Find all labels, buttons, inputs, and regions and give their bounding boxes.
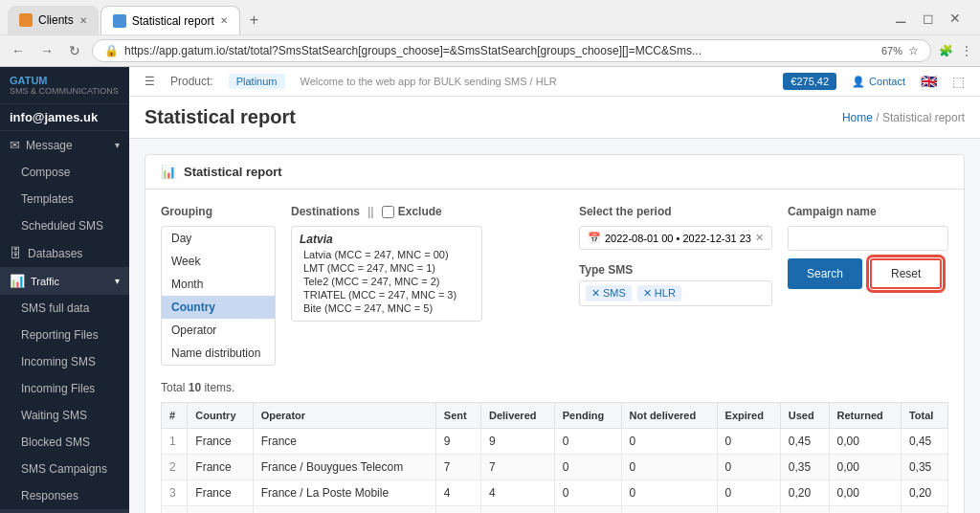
table-cell: France / Orange xyxy=(253,506,435,514)
back-button[interactable]: ← xyxy=(8,41,29,60)
grouping-name-dist[interactable]: Name distribution xyxy=(162,342,275,365)
dest-op-1[interactable]: LMT (MCC = 247, MNC = 1) xyxy=(296,261,478,275)
minimize-button[interactable]: ⚊ xyxy=(891,9,911,28)
stat-favicon xyxy=(113,14,126,28)
message-arrow: ▾ xyxy=(115,140,120,150)
col-used: Used xyxy=(780,403,829,429)
col-num: # xyxy=(162,403,188,429)
dest-op-4[interactable]: Bite (MCC = 247, MNC = 5) xyxy=(296,301,478,315)
table-row: 1FranceFrance990000,450,000,45 xyxy=(162,429,948,455)
sidebar-item-incoming-sms[interactable]: Incoming SMS xyxy=(0,348,129,375)
period-value: 2022-08-01 00 • 2022-12-31 23 xyxy=(605,233,751,244)
exclude-checkbox[interactable] xyxy=(382,206,394,218)
report-card-title: Statistical report xyxy=(184,165,282,179)
table-cell: 0 xyxy=(554,480,621,506)
sidebar-item-sms-full[interactable]: SMS full data xyxy=(0,295,129,322)
sidebar-item-reporting[interactable]: Reporting Files xyxy=(0,322,129,348)
nav-bar: ← → ↻ 🔒 https://app.gatum.io/stat/total?… xyxy=(0,34,980,66)
dest-op-3[interactable]: TRIATEL (MCC = 247, MNC = 3) xyxy=(296,288,478,301)
destinations-header: Destinations || Exclude xyxy=(291,205,564,218)
dest-separator: || xyxy=(368,205,374,218)
forward-button[interactable]: → xyxy=(36,41,57,60)
tab-stat[interactable]: Statistical report ✕ xyxy=(100,6,240,34)
sidebar-item-blocked-sms[interactable]: Blocked SMS xyxy=(0,429,129,456)
search-button[interactable]: Search xyxy=(788,258,862,289)
destinations-box[interactable]: Latvia Latvia (MCC = 247, MNC = 00) LMT … xyxy=(291,226,482,322)
sidebar-item-templates[interactable]: Templates xyxy=(0,186,129,212)
table-cell: 0 xyxy=(717,480,780,506)
sidebar-user: info@james.uk xyxy=(0,104,129,131)
table-cell: France xyxy=(188,506,253,514)
contact-label: Contact xyxy=(869,76,905,87)
dest-op-0[interactable]: Latvia (MCC = 247, MNC = 00) xyxy=(296,248,478,261)
grouping-operator[interactable]: Operator xyxy=(162,319,275,342)
table-cell: 0,35 xyxy=(901,455,947,480)
sidebar-item-incoming-files[interactable]: Incoming Files xyxy=(0,375,129,402)
menu-icon[interactable]: ⋮ xyxy=(961,44,972,57)
table-row: 2FranceFrance / Bouygues Telecom770000,3… xyxy=(162,455,948,480)
period-input[interactable]: 📅 2022-08-01 00 • 2022-12-31 23 ✕ xyxy=(579,226,772,250)
grouping-month[interactable]: Month xyxy=(162,273,275,296)
reset-button[interactable]: Reset xyxy=(870,258,942,289)
welcome-text: Welcome to the web app for BULK sending … xyxy=(301,76,768,87)
exclude-checkbox-label[interactable]: Exclude xyxy=(382,205,442,218)
new-tab-button[interactable]: + xyxy=(242,8,266,33)
breadcrumb-current: Statistical report xyxy=(882,111,965,124)
table-cell: 0,00 xyxy=(829,506,901,514)
period-label: Select the period xyxy=(579,205,772,218)
browser-chrome: Clients ✕ Statistical report ✕ + ⚊ ◻ ✕ ←… xyxy=(0,0,980,67)
logout-icon[interactable]: ⬚ xyxy=(952,74,965,89)
destinations-group: Destinations || Exclude Latvia Latvia (M… xyxy=(291,205,564,322)
url-bar[interactable]: 🔒 https://app.gatum.io/stat/total?SmsSta… xyxy=(92,39,931,62)
sidebar-item-traffic[interactable]: 📊 Traffic ▾ xyxy=(0,267,129,295)
table-cell: 4 xyxy=(480,480,554,506)
sidebar-item-waiting-sms[interactable]: Waiting SMS xyxy=(0,402,129,429)
stat-tab-label: Statistical report xyxy=(132,14,214,28)
contact-button[interactable]: 👤 Contact xyxy=(852,76,905,88)
grouping-day[interactable]: Day xyxy=(162,227,275,250)
hamburger-icon[interactable]: ☰ xyxy=(145,75,155,88)
traffic-icon: 📊 xyxy=(10,274,25,288)
table-cell: 0 xyxy=(717,429,780,455)
tab-clients[interactable]: Clients ✕ xyxy=(8,6,99,34)
sidebar-item-sms-campaigns[interactable]: SMS Campaigns xyxy=(0,456,129,482)
sidebar-item-scheduled[interactable]: Scheduled SMS xyxy=(0,212,129,239)
url-text: https://app.gatum.io/stat/total?SmsStatS… xyxy=(124,44,876,57)
sidebar-item-message[interactable]: ✉ Message ▾ xyxy=(0,131,129,159)
table-cell: 0 xyxy=(717,455,780,480)
exclude-label: Exclude xyxy=(398,205,442,218)
col-not-delivered: Not delivered xyxy=(621,403,717,429)
refresh-button[interactable]: ↻ xyxy=(65,41,84,60)
clients-tab-close[interactable]: ✕ xyxy=(79,15,87,26)
grouping-country[interactable]: Country xyxy=(162,296,275,319)
tag-sms[interactable]: ✕ SMS xyxy=(586,285,632,301)
campaign-input[interactable] xyxy=(788,226,948,251)
extensions-icon: 🧩 xyxy=(939,44,953,57)
sidebar-item-databases[interactable]: 🗄 Databases xyxy=(0,239,129,267)
col-delivered: Delivered xyxy=(480,403,554,429)
sidebar-item-statistic[interactable]: 📈 Statistic ▾ xyxy=(0,509,129,513)
sidebar-label-scheduled: Scheduled SMS xyxy=(21,219,103,233)
grouping-week[interactable]: Week xyxy=(162,250,275,273)
sidebar-item-responses[interactable]: Responses xyxy=(0,482,129,509)
stat-tab-close[interactable]: ✕ xyxy=(220,15,228,26)
tag-hlr[interactable]: ✕ HLR xyxy=(637,285,681,301)
table-cell: 0 xyxy=(554,429,621,455)
breadcrumb-home[interactable]: Home xyxy=(842,111,873,124)
table-cell: 2 xyxy=(162,455,188,480)
dest-op-2[interactable]: Tele2 (MCC = 247, MNC = 2) xyxy=(296,275,478,288)
breadcrumb-separator: / xyxy=(876,111,879,124)
period-clear[interactable]: ✕ xyxy=(755,232,764,244)
sidebar-label-message: Message xyxy=(26,139,73,152)
report-card-body: Grouping Day Week Month Country Operator… xyxy=(145,190,964,513)
table-cell: 0 xyxy=(621,429,717,455)
report-card-header: 📊 Statistical report xyxy=(145,155,964,190)
table-cell: 0,20 xyxy=(901,480,947,506)
sidebar-item-compose[interactable]: Compose xyxy=(0,159,129,186)
table-cell: 3 xyxy=(162,480,188,506)
table-cell: 1 xyxy=(162,429,188,455)
maximize-button[interactable]: ◻ xyxy=(919,9,938,28)
close-window-button[interactable]: ✕ xyxy=(946,9,965,28)
btn-row: Search Reset xyxy=(788,258,948,289)
table-cell: 7 xyxy=(435,455,480,480)
